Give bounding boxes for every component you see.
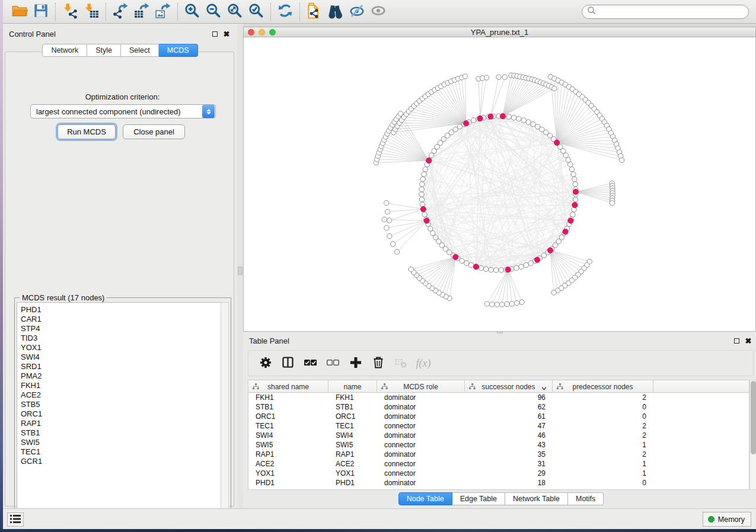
column-label: shared name (267, 383, 309, 391)
zoom-in-button[interactable] (181, 2, 203, 22)
table-row[interactable]: ACE2ACE2connector311 (248, 459, 749, 469)
result-node-item[interactable]: CAR1 (21, 315, 221, 324)
table-row[interactable]: SWI5SWI5connector431 (248, 440, 749, 450)
result-node-item[interactable]: STP4 (21, 324, 221, 334)
delete-row-button[interactable] (367, 352, 390, 374)
tab-motifs[interactable]: Motifs (568, 492, 604, 505)
show-all-button[interactable] (368, 2, 389, 22)
network-canvas[interactable] (243, 37, 756, 332)
refresh-view-button[interactable] (275, 2, 296, 22)
result-node-item[interactable]: PMA2 (21, 371, 221, 381)
table-row[interactable]: ORC1ORC1dominator610 (248, 412, 749, 421)
table-scrollbar[interactable] (749, 380, 756, 490)
toolbar-separator (299, 3, 300, 21)
result-node-item[interactable]: PHD1 (21, 305, 221, 315)
column-header-shared-name[interactable]: shared name (248, 380, 328, 393)
result-node-item[interactable]: YOX1 (21, 343, 221, 352)
table-cell: 47 (465, 421, 553, 431)
search-input[interactable] (596, 7, 748, 17)
add-row-button[interactable] (344, 352, 367, 374)
desktop-background-bottom (0, 529, 756, 532)
result-node-item[interactable]: ORC1 (21, 409, 221, 419)
table-row[interactable]: TEC1TEC1connector472 (248, 421, 749, 431)
open-session-icon (11, 2, 28, 21)
table-cell: 2 (553, 393, 653, 402)
table-scrollbar-thumb[interactable] (751, 381, 756, 454)
vertical-splitter[interactable] (237, 24, 243, 508)
import-table-button[interactable] (81, 2, 102, 22)
mcds-result-scrollbar[interactable] (221, 302, 229, 515)
save-session-button[interactable] (30, 2, 52, 22)
zoom-out-button[interactable] (203, 2, 224, 22)
table-row[interactable]: FKH1FKH1dominator962 (248, 393, 749, 402)
table-cell: 2 (553, 431, 653, 440)
table-cell: connector (377, 421, 465, 431)
open-session-button[interactable] (9, 2, 30, 22)
table-cell: RAP1 (248, 450, 328, 459)
result-node-item[interactable]: SWI4 (21, 352, 221, 362)
export-table-button[interactable] (131, 2, 152, 22)
column-selector-button[interactable] (277, 352, 299, 374)
result-node-item[interactable]: TID3 (21, 334, 221, 343)
close-table-panel-icon[interactable]: ✖ (744, 338, 753, 344)
result-node-item[interactable]: STB5 (21, 400, 221, 409)
column-header-successor-nodes[interactable]: successor nodes (465, 380, 553, 393)
tab-select[interactable]: Select (121, 44, 159, 57)
result-node-item[interactable]: FKH1 (21, 381, 221, 390)
column-header-predecessor-nodes[interactable]: predecessor nodes (553, 380, 653, 393)
zoom-fit-button[interactable] (224, 2, 245, 22)
table-row[interactable]: RAP1RAP1dominator352 (248, 450, 749, 459)
result-node-item[interactable]: SWI5 (21, 438, 221, 447)
find-button[interactable] (325, 2, 346, 22)
result-node-item[interactable]: SRD1 (21, 362, 221, 371)
table-row[interactable]: STB1STB1dominator620 (248, 402, 749, 412)
table-cell: ORC1 (328, 412, 377, 421)
select-all-checkboxes-button[interactable] (299, 352, 322, 374)
network-graph (244, 37, 755, 331)
node-table-header: shared namenameMCDS rolesuccessor nodesp… (248, 380, 749, 393)
network-window-titlebar[interactable]: YPA_prune.txt_1 (243, 27, 756, 37)
tab-network[interactable]: Network (42, 44, 87, 57)
import-network-button[interactable] (59, 2, 81, 22)
result-node-item[interactable]: GCR1 (21, 457, 221, 466)
tab-mcds[interactable]: MCDS (159, 44, 198, 57)
search-box[interactable] (582, 5, 749, 19)
tab-network-table[interactable]: Network Table (505, 492, 568, 505)
splitter-handle[interactable] (238, 267, 243, 275)
zoom-selected-button[interactable] (245, 2, 267, 22)
table-row[interactable]: PHD1PHD1dominator180 (248, 478, 749, 488)
select-all-checkboxes-icon (304, 355, 318, 371)
close-panel-icon[interactable]: ✖ (222, 31, 231, 37)
control-panel-titlebar: Control Panel ✖ (3, 27, 237, 41)
tab-edge-table[interactable]: Edge Table (452, 492, 505, 505)
task-history-button[interactable] (7, 512, 24, 527)
result-node-item[interactable]: ACE2 (21, 390, 221, 400)
gear-button[interactable] (254, 352, 277, 374)
tab-style[interactable]: Style (87, 44, 121, 57)
node-table: shared namenameMCDS rolesuccessor nodesp… (248, 380, 749, 490)
export-image-button[interactable] (152, 2, 174, 22)
hide-selected-button[interactable] (346, 2, 368, 22)
close-panel-button[interactable]: Close panel (123, 124, 185, 139)
column-header-MCDS-role[interactable]: MCDS role (377, 380, 465, 393)
deselect-all-checkboxes-button[interactable] (322, 352, 344, 374)
result-node-item[interactable]: TEC1 (21, 447, 221, 457)
criterion-select[interactable]: largest connected component (undirected) (30, 104, 216, 118)
column-header-name[interactable]: name (328, 380, 377, 393)
table-row[interactable]: YOX1YOX1connector291 (248, 469, 749, 478)
export-network-button[interactable] (110, 2, 131, 22)
memory-button[interactable]: Memory (703, 512, 751, 527)
run-mcds-button[interactable]: Run MCDS (58, 124, 116, 139)
new-network-from-selection-button[interactable] (304, 2, 325, 22)
select-stepper-icon (202, 105, 215, 118)
result-node-item[interactable]: RAP1 (21, 419, 221, 428)
float-panel-icon[interactable] (210, 31, 219, 37)
float-table-panel-icon[interactable] (732, 338, 741, 344)
tab-node-table[interactable]: Node Table (398, 492, 452, 505)
result-node-item[interactable]: STB1 (21, 428, 221, 438)
mcds-result-list[interactable]: PHD1CAR1STP4TID3YOX1SWI4SRD1PMA2FKH1ACE2… (17, 302, 222, 515)
control-panel-tabs: NetworkStyleSelectMCDS (3, 44, 237, 57)
table-row[interactable]: SWI4SWI4dominator462 (248, 431, 749, 440)
table-cell: 29 (465, 469, 553, 478)
mcds-result-group: MCDS result (17 nodes) PHD1CAR1STP4TID3Y… (14, 297, 231, 518)
